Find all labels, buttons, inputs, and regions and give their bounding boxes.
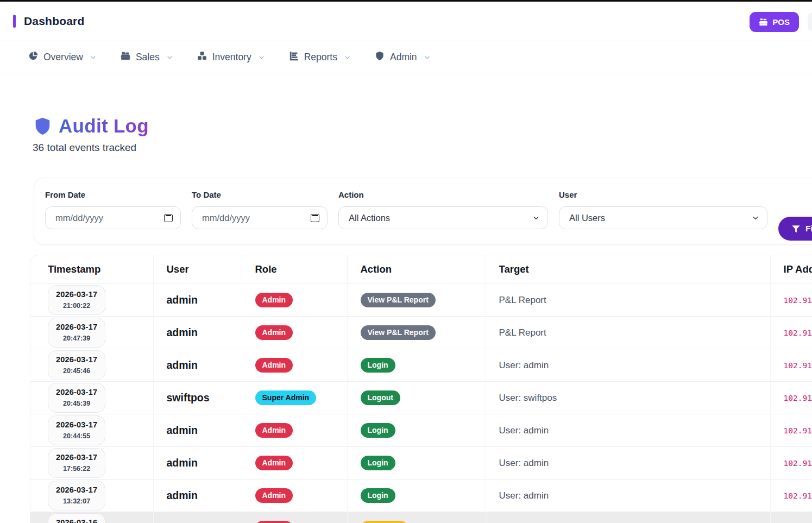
- target-cell: User: admin: [499, 425, 549, 436]
- action-badge: Login: [361, 358, 395, 373]
- title-accent-bar: [13, 15, 16, 28]
- filter-button-label: Filter: [805, 224, 812, 234]
- calendar-icon[interactable]: [164, 214, 173, 222]
- table-row[interactable]: 2026-03-17 20:45:39 swiftpos Super Admin…: [30, 382, 812, 414]
- ip-address-cell: 102.91: [784, 394, 812, 402]
- timestamp-pill: 2026-03-17 20:45:46: [48, 350, 105, 380]
- table-row[interactable]: 2026-03-17 20:45:46 admin Admin Login Us…: [30, 349, 812, 382]
- shield-icon: [375, 51, 385, 64]
- action-select[interactable]: All Actions: [338, 206, 548, 229]
- target-cell: User: swiftpos: [499, 393, 557, 403]
- action-badge: Login: [361, 423, 395, 438]
- table-row[interactable]: 2026-03-17 13:32:07 admin Admin Login Us…: [30, 480, 812, 512]
- boxes-icon: [197, 51, 207, 64]
- pie-chart-icon: [28, 51, 38, 64]
- nav-item-inventory[interactable]: Inventory: [197, 51, 265, 64]
- role-badge: Super Admin: [255, 390, 317, 405]
- action-badge: View P&L Report: [361, 293, 436, 307]
- role-badge: Admin: [255, 293, 293, 307]
- timestamp-pill: 2026-03-16 21:37:37: [48, 513, 105, 523]
- user-cell: admin: [167, 424, 198, 436]
- role-badge: Admin: [255, 521, 293, 523]
- chevron-down-icon: [424, 54, 431, 61]
- timestamp-pill: 2026-03-17 20:47:39: [48, 318, 105, 348]
- chevron-down-icon: [166, 54, 173, 61]
- table-row[interactable]: 2026-03-16 21:37:37 admin Admin Edit Use…: [30, 512, 812, 523]
- funnel-icon: [791, 224, 801, 234]
- audit-table: TimestampUserRoleActionTargetIP Address …: [30, 255, 812, 523]
- cash-register-icon: [121, 51, 130, 64]
- chevron-down-icon: [532, 214, 540, 222]
- filter-button[interactable]: Filter: [778, 217, 812, 241]
- role-badge: Admin: [255, 423, 293, 438]
- user-cell: admin: [167, 294, 198, 306]
- user-cell: admin: [167, 489, 198, 501]
- target-cell: P&L Report: [499, 327, 546, 338]
- nav-item-reports[interactable]: Reports: [289, 51, 351, 64]
- to-date-input[interactable]: mm/dd/yyyy: [192, 206, 328, 229]
- from-date-input[interactable]: mm/dd/yyyy: [45, 206, 181, 229]
- column-header: User: [153, 255, 242, 284]
- action-label: Action: [338, 190, 548, 199]
- user-cell: admin: [167, 359, 198, 371]
- user-cell: swiftpos: [167, 392, 210, 404]
- audit-log-title: Audit Log: [59, 115, 149, 137]
- from-date-label: From Date: [45, 190, 181, 199]
- user-cell: admin: [167, 326, 198, 338]
- cash-register-icon: [759, 17, 768, 27]
- events-count-subtitle: 36 total events tracked: [33, 142, 812, 154]
- pos-button[interactable]: POS: [750, 12, 799, 32]
- table-row[interactable]: 2026-03-17 20:44:55 admin Admin Login Us…: [30, 414, 812, 447]
- ip-address-cell: 102.91: [784, 296, 812, 305]
- chevron-down-icon: [90, 54, 97, 61]
- timestamp-pill: 2026-03-17 20:45:39: [48, 383, 105, 413]
- column-header: Role: [242, 255, 347, 284]
- ip-address-cell: 102.91: [784, 329, 812, 337]
- filter-card: From Date mm/dd/yyyy To Date mm/dd/yyyy …: [34, 178, 812, 245]
- pos-button-label: POS: [772, 17, 790, 27]
- calendar-icon[interactable]: [311, 214, 319, 222]
- role-badge: Admin: [255, 358, 293, 373]
- ip-address-cell: 102.91: [784, 361, 812, 370]
- ip-address-cell: 102.91: [784, 459, 812, 468]
- column-header: Target: [486, 255, 770, 284]
- bar-chart-icon: [289, 51, 299, 64]
- chevron-down-icon: [752, 214, 759, 222]
- nav-item-overview[interactable]: Overview: [28, 51, 97, 64]
- target-cell: User: admin: [499, 490, 549, 501]
- nav-item-admin[interactable]: Admin: [375, 51, 431, 64]
- action-badge: Edit User: [361, 521, 408, 523]
- to-date-label: To Date: [192, 190, 328, 199]
- target-cell: User: admin: [499, 458, 549, 468]
- timestamp-pill: 2026-03-17 20:44:55: [48, 415, 105, 445]
- shield-icon: [33, 116, 53, 136]
- timestamp-pill: 2026-03-17 21:00:22: [48, 285, 105, 315]
- action-badge: Login: [361, 488, 395, 503]
- app-header: Dashboard POS: [0, 0, 812, 41]
- ip-address-cell: 102.91: [784, 426, 812, 435]
- chevron-down-icon: [258, 54, 265, 61]
- page-title: Dashboard: [24, 15, 85, 28]
- role-badge: Admin: [255, 325, 293, 340]
- table-row[interactable]: 2026-03-17 20:47:39 admin Admin View P&L…: [30, 317, 812, 349]
- column-header: Timestamp: [30, 255, 153, 284]
- column-header: IP Address: [770, 255, 812, 284]
- table-row[interactable]: 2026-03-17 17:56:22 admin Admin Login Us…: [30, 447, 812, 480]
- user-cell: admin: [167, 457, 198, 469]
- table-row[interactable]: 2026-03-17 21:00:22 admin Admin View P&L…: [30, 284, 812, 317]
- action-badge: View P&L Report: [361, 325, 436, 340]
- timestamp-pill: 2026-03-17 13:32:07: [48, 481, 105, 511]
- timestamp-pill: 2026-03-17 17:56:22: [48, 448, 105, 478]
- action-badge: Logout: [361, 390, 400, 405]
- chevron-down-icon: [344, 54, 351, 61]
- target-cell: User: admin: [499, 360, 549, 370]
- nav-item-sales[interactable]: Sales: [121, 51, 173, 64]
- role-badge: Admin: [255, 456, 293, 470]
- user-label: User: [559, 190, 767, 199]
- clipped-header-button[interactable]: [808, 12, 812, 32]
- role-badge: Admin: [255, 488, 293, 503]
- target-cell: P&L Report: [499, 295, 546, 305]
- column-header: Action: [347, 255, 486, 284]
- action-badge: Login: [361, 456, 395, 470]
- user-select[interactable]: All Users: [559, 206, 767, 229]
